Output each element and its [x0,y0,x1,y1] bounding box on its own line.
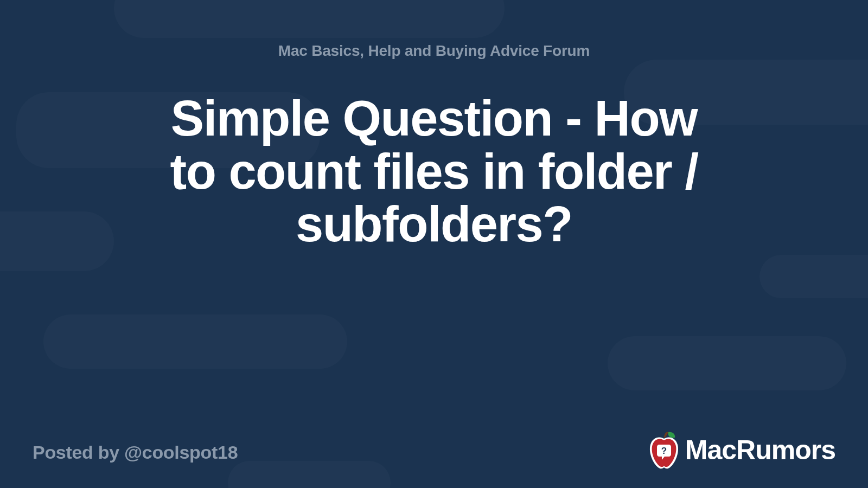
bg-bubble [43,314,347,369]
posted-by-line: Posted by @coolspot18 [33,442,238,463]
posted-by-prefix: Posted by [33,442,124,463]
bg-bubble [114,0,505,38]
thread-title: Simple Question - How to count files in … [146,92,722,251]
apple-question-icon: ? [647,431,681,470]
bg-bubble [760,255,868,298]
svg-text:?: ? [661,446,667,456]
bg-bubble [608,336,846,390]
bg-bubble [0,211,114,271]
bg-bubble [228,461,391,488]
forum-name: Mac Basics, Help and Buying Advice Forum [0,42,868,60]
author-handle: @coolspot18 [124,442,238,463]
site-name: MacRumors [685,434,835,466]
site-logo: ? MacRumors [647,431,835,470]
